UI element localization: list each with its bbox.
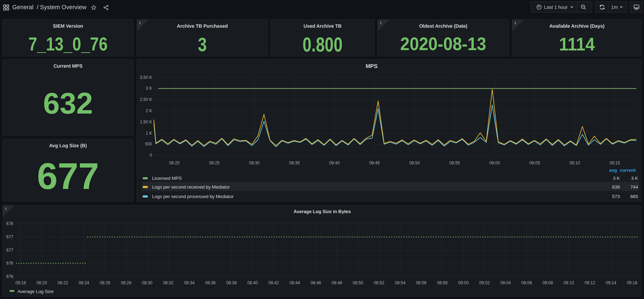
svg-text:08:46: 08:46 — [310, 280, 321, 285]
svg-text:08:48: 08:48 — [332, 280, 342, 285]
svg-text:08:58: 08:58 — [437, 280, 447, 285]
svg-text:09:10: 09:10 — [563, 280, 574, 285]
svg-text:08:36: 08:36 — [205, 280, 215, 285]
svg-text:744: 744 — [630, 184, 638, 190]
svg-text:2.50 K: 2.50 K — [140, 97, 152, 102]
svg-text:3.50 K: 3.50 K — [140, 75, 152, 80]
svg-text:09:12: 09:12 — [585, 280, 595, 285]
svg-text:08:55: 08:55 — [449, 161, 460, 165]
svg-text:08:34: 08:34 — [184, 280, 194, 285]
svg-text:08:54: 08:54 — [395, 280, 405, 285]
svg-text:09:08: 09:08 — [542, 280, 553, 285]
svg-text:08:30: 08:30 — [142, 280, 152, 285]
svg-text:09:05: 09:05 — [529, 161, 540, 165]
svg-text:09:06: 09:06 — [521, 280, 532, 285]
svg-text:500: 500 — [145, 142, 152, 147]
svg-text:676: 676 — [6, 261, 13, 266]
svg-text:Logs per second received by Me: Logs per second received by Mediator — [152, 184, 230, 190]
svg-text:3 K: 3 K — [146, 86, 152, 91]
svg-text:Licensed MPS: Licensed MPS — [152, 176, 182, 181]
svg-text:08:32: 08:32 — [163, 280, 173, 285]
svg-text:08:18: 08:18 — [15, 280, 26, 285]
svg-text:677: 677 — [6, 235, 13, 239]
svg-text:09:14: 09:14 — [606, 280, 616, 285]
svg-text:08:20: 08:20 — [36, 280, 47, 285]
svg-text:Logs per second processed by M: Logs per second processed by Mediator — [152, 194, 234, 199]
svg-text:09:15: 09:15 — [610, 161, 620, 165]
svg-text:677: 677 — [6, 248, 13, 253]
svg-text:08:45: 08:45 — [369, 161, 380, 165]
svg-text:current: current — [620, 168, 636, 173]
svg-text:08:40: 08:40 — [247, 280, 258, 285]
svg-text:08:25: 08:25 — [209, 161, 220, 165]
svg-text:09:16: 09:16 — [627, 280, 637, 285]
svg-text:08:26: 08:26 — [100, 280, 110, 285]
svg-text:3 K: 3 K — [631, 176, 638, 181]
svg-text:08:35: 08:35 — [289, 161, 300, 165]
svg-text:08:44: 08:44 — [289, 280, 300, 285]
svg-text:3 K: 3 K — [613, 176, 620, 181]
svg-text:676: 676 — [6, 274, 13, 279]
svg-text:09:00: 09:00 — [489, 161, 500, 165]
svg-text:1 K: 1 K — [146, 131, 152, 136]
svg-text:09:04: 09:04 — [500, 280, 511, 285]
svg-text:0: 0 — [150, 153, 152, 158]
svg-text:08:28: 08:28 — [121, 280, 131, 285]
svg-text:09:02: 09:02 — [479, 280, 490, 285]
svg-text:08:20: 08:20 — [169, 161, 179, 165]
svg-text:2 K: 2 K — [146, 108, 152, 113]
svg-text:08:30: 08:30 — [249, 161, 260, 165]
svg-text:08:50: 08:50 — [353, 280, 363, 285]
svg-text:08:38: 08:38 — [226, 280, 237, 285]
svg-text:avg: avg — [609, 168, 617, 173]
svg-text:08:40: 08:40 — [329, 161, 340, 165]
svg-text:08:22: 08:22 — [57, 280, 68, 285]
svg-text:08:56: 08:56 — [416, 280, 426, 285]
svg-text:08:42: 08:42 — [268, 280, 279, 285]
svg-text:09:10: 09:10 — [569, 161, 580, 165]
svg-text:08:24: 08:24 — [78, 280, 89, 285]
svg-text:09:00: 09:00 — [458, 280, 469, 285]
svg-text:Average Log Size: Average Log Size — [18, 289, 54, 294]
svg-text:1.50 K: 1.50 K — [140, 120, 152, 124]
svg-text:678: 678 — [6, 221, 13, 226]
svg-text:665: 665 — [630, 194, 638, 199]
svg-text:638: 638 — [612, 184, 620, 190]
svg-text:08:52: 08:52 — [374, 280, 384, 285]
svg-text:573: 573 — [612, 194, 620, 199]
svg-text:08:50: 08:50 — [409, 161, 420, 165]
